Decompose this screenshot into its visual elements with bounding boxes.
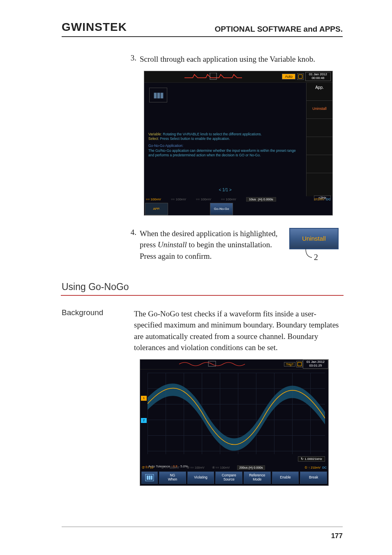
svg-rect-5 <box>151 476 152 480</box>
waveform-thumbnail-icon <box>140 361 284 367</box>
softkey-violating[interactable]: Violating <box>187 471 214 484</box>
ch2-marker-icon: 2 <box>141 418 147 423</box>
step-3-number: 3. <box>123 53 140 65</box>
svg-rect-0 <box>210 73 217 79</box>
bottom-gonogo-button[interactable]: Go-No-Go <box>210 203 233 215</box>
softkey-compare-source[interactable]: Compare Source <box>215 471 242 484</box>
ch1-marker-icon: 1 <box>141 396 147 401</box>
side-uninstall-button[interactable]: Uninstall <box>307 101 332 119</box>
variable-hint-label: Variable <box>148 132 161 136</box>
ch1-scale-label: ① == 1V <box>142 466 154 469</box>
select-hint-label: Select <box>148 137 158 141</box>
callout-number: 2 <box>314 253 318 262</box>
ch4-label: == 100mV <box>221 197 236 201</box>
ch2-label: == 100mV <box>171 197 186 201</box>
softkey-break[interactable]: Break <box>300 471 327 484</box>
trigger-level-label: ① ↑ 210mV DC <box>304 466 327 469</box>
select-hint-text: : Press Select button to enable the appl… <box>158 137 230 141</box>
background-text: The Go-NoGo test checks if a waveform fi… <box>134 308 343 353</box>
footer-rule <box>62 527 343 527</box>
ch1-label: == 100mV <box>146 197 161 201</box>
page-header-title: OPTIONAL SOFTWARE and APPS. <box>215 25 343 34</box>
variable-hint-text: : Rotating the VARIABLE knob to select t… <box>161 132 262 136</box>
softkey-reference-mode[interactable]: Reference Mode <box>244 471 271 484</box>
side-empty-button <box>307 119 332 137</box>
brand-logo: GWINSTEK <box>62 21 127 34</box>
waveform-thumbnail-icon <box>146 73 280 80</box>
frequency-badge: <2Hz <box>314 195 331 200</box>
app-list-screenshot: Auto 01 Jan 201200:00:48 ▮▮▮ Variable: R… <box>144 71 333 216</box>
stop-icon <box>296 361 303 367</box>
app-description-text: The Go/No-Go application can determine w… <box>148 149 302 158</box>
app-title-text: Go-No-Go Application: <box>148 144 302 148</box>
waveform-plot <box>148 373 325 455</box>
softkey-app-icon[interactable] <box>141 471 158 484</box>
softkey-enable[interactable]: Enable <box>272 471 299 484</box>
step-3-text: Scroll through each application using th… <box>140 53 343 65</box>
ch2-scale-label: ② == 100mV <box>161 466 179 469</box>
side-app-button[interactable]: App. <box>307 83 332 101</box>
frequency-readout: ↻ 1.00021kHz <box>298 456 325 462</box>
timebase-label: 200us (H) 0.000s <box>237 465 265 470</box>
gonogo-screenshot: Trig? 01 Jan 201203:01:25 1 2 --> Auto T… <box>140 359 329 486</box>
step-4-number: 4. <box>123 228 140 262</box>
app-thumbnail-icon: ▮▮▮ <box>149 88 167 102</box>
page-indicator: < 1/1 > <box>144 188 306 192</box>
softkey-ng-when[interactable]: NG When <box>159 471 186 484</box>
auto-badge: Auto <box>282 74 295 79</box>
section-heading: Using Go-NoGo <box>62 281 343 293</box>
side-empty-button <box>307 155 332 173</box>
bottom-app-button[interactable]: APP. <box>145 203 168 215</box>
svg-rect-4 <box>149 476 150 480</box>
ch4-scale-label: ④ == 100mV <box>212 466 230 469</box>
page-number: 177 <box>331 532 343 540</box>
side-empty-button <box>307 137 332 155</box>
step-4-text: When the desired application is highligh… <box>140 228 281 262</box>
section-rule <box>61 295 344 296</box>
svg-rect-3 <box>147 476 148 480</box>
datetime-badge: 01 Jan 201203:01:25 <box>303 360 328 369</box>
trig-badge: Trig? <box>284 362 295 367</box>
ch3-label: == 100mV <box>196 197 211 201</box>
background-label: Background <box>62 308 119 353</box>
uninstall-softkey[interactable]: Uninstall <box>289 228 339 249</box>
timebase-label: 10us (H) 0.000s <box>246 197 276 202</box>
datetime-badge: 01 Jan 201200:00:48 <box>305 72 331 81</box>
stop-icon <box>297 73 304 80</box>
ch3-scale-label: ③ == 100mV <box>187 466 205 469</box>
